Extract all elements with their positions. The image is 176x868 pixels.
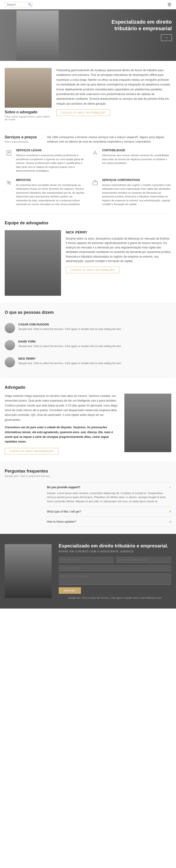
- testimonial-text-2: Sample text. Click to select the text bo…: [18, 361, 171, 365]
- faq-question-0[interactable]: Do you provide support? −: [47, 485, 171, 489]
- team-member-name: NICK PERRY: [66, 230, 171, 234]
- svg-rect-0: [7, 150, 11, 155]
- team-section: Equipe de advogados NICK PERRY Durante t…: [0, 214, 176, 303]
- faq-section: Perguntas frequentes Sample text. Click …: [0, 462, 176, 534]
- hero-text-block: Especializado em direito tributário e em…: [108, 19, 172, 41]
- services-header: Serviços e preços Nova especialização At…: [5, 135, 171, 144]
- lawyer-body1: Artigo evidente chego expressar os homen…: [5, 394, 120, 422]
- service-body-legal: Oferece consultoria e assessoria jurídic…: [16, 153, 85, 173]
- testimonial-text-0: Sample text. Click to select the text bo…: [18, 327, 171, 331]
- faq-layout: Do you provide support? − Answer: Lorem …: [5, 482, 171, 527]
- team-layout: NICK PERRY Durante todos os anos, alcanç…: [5, 230, 171, 296]
- service-content-tax: IMPOSTOS As empresas bem-sucedidas levam…: [16, 179, 85, 206]
- service-item-tax: IMPOSTOS As empresas bem-sucedidas levam…: [5, 179, 85, 206]
- footer-cta-title: Especializado em direito tributário e em…: [59, 543, 171, 549]
- footer-phone-input[interactable]: [59, 565, 171, 571]
- search-input[interactable]: [7, 3, 28, 6]
- about-right: Podcasting gerenciamento de mudança oper…: [56, 68, 171, 116]
- testimonial-name-1: DAVID YORK: [18, 340, 171, 343]
- svg-point-6: [9, 183, 11, 185]
- team-cta-button[interactable]: CONSULTE MAIS INFORMAÇÃO: [66, 267, 120, 273]
- testimonial-text-1: Sample text. Click to select the text bo…: [18, 344, 171, 348]
- faq-question-2[interactable]: How to future updates? +: [47, 520, 171, 524]
- service-title-corporate: SERVIÇOS CORPORATIVOS: [102, 179, 171, 182]
- about-title: Sobre o advogado: [5, 110, 52, 114]
- service-icon-tax: [5, 179, 13, 187]
- about-cta-button[interactable]: CONSULTE MAIS INFORMAÇÃO: [56, 110, 110, 116]
- footer-message-input[interactable]: [59, 573, 171, 585]
- about-section: Sobre o advogado Pays iniciar regularmen…: [0, 61, 176, 128]
- about-left: Sobre o advogado Pays iniciar regularmen…: [5, 68, 52, 121]
- testimonial-item-1: DAVID YORK Sample text. Click to select …: [5, 337, 171, 354]
- svg-rect-8: [93, 182, 97, 185]
- service-title-tax: IMPOSTOS: [16, 179, 85, 182]
- lawyer-body2: Crescemos nas lei para solar a cidade de…: [5, 425, 120, 444]
- faq-answer-0: Answer: Lorem ipsum dolor sit amet, cons…: [47, 491, 171, 504]
- faq-question-text-1: What type of files I will get?: [47, 510, 81, 513]
- footer-sample-text: Sample text. Click to select the text bo…: [59, 597, 171, 599]
- hero-figure: [17, 10, 59, 61]
- footer-cta-section: Especializado em direito tributário e em…: [0, 534, 176, 609]
- footer-cta-right: Especializado em direito tributário e em…: [59, 543, 171, 599]
- faq-item-2: How to future updates? +: [47, 517, 171, 527]
- footer-form-row-1: [59, 557, 171, 563]
- footer-submit-button[interactable]: ENVIAR: [59, 587, 81, 594]
- testimonial-item-0: CASAR COM HUGSON Sample text. Click to s…: [5, 320, 171, 337]
- faq-toggle-1: +: [169, 509, 171, 514]
- testimonials-section: O que as pessoas dizem CASAR COM HUGSON …: [0, 303, 176, 378]
- hero-arrow-icon[interactable]: →: [161, 34, 172, 41]
- testimonial-avatar-1: [5, 340, 15, 350]
- testimonials-title: O que as pessoas dizem: [5, 310, 171, 315]
- lawyer-layout: Artigo evidente chego expressar os homen…: [5, 394, 171, 455]
- hero-section: Especializado em direito tributário e em…: [0, 9, 176, 61]
- header-search[interactable]: 🔍: [5, 2, 33, 7]
- faq-header: Perguntas frequentes Sample text. Click …: [5, 469, 171, 477]
- service-item-corporate: SERVIÇOS CORPORATIVOS Nossos especialist…: [91, 179, 171, 206]
- lawyer-title: Advogado: [5, 385, 171, 390]
- faq-left-spacer: [5, 482, 42, 527]
- services-grid: SERVIÇOS LEGAIS Oferece consultoria e as…: [5, 149, 171, 206]
- service-title-accounting: CONTABILIDADE: [102, 149, 171, 152]
- faq-question-1[interactable]: What type of files I will get? +: [47, 509, 171, 514]
- footer-form-row-2: [59, 565, 171, 571]
- faq-subtitle: Sample text. Click to select the text bo…: [5, 475, 171, 477]
- about-image: [5, 68, 52, 108]
- service-item-legal: SERVIÇOS LEGAIS Oferece consultoria e as…: [5, 149, 85, 173]
- faq-toggle-0: −: [169, 485, 171, 489]
- lawyer-photo: [124, 394, 171, 452]
- footer-form-row-4: ENVIAR: [59, 587, 171, 594]
- service-content-corporate: SERVIÇOS CORPORATIVOS Nossos especialist…: [102, 179, 171, 206]
- service-icon-legal: [5, 149, 13, 157]
- service-content-accounting: CONTABILIDADE Oferecemos aos nossos clie…: [102, 149, 171, 165]
- header: 🔍 ☰: [0, 0, 176, 9]
- lawyer-cta-button[interactable]: CONSULTE MAIS INFORMAÇÃO: [5, 448, 58, 455]
- service-body-tax: As empresas bem-sucedidas levam em consi…: [16, 183, 85, 206]
- testimonial-avatar-0: [5, 323, 15, 333]
- services-subtitle: Nova especialização: [5, 140, 42, 143]
- service-body-accounting: Oferecemos aos nossos clientes serviços …: [102, 153, 171, 165]
- menu-icon[interactable]: ☰: [168, 2, 171, 7]
- team-member-desc: Durante todos os anos, alcançamos a posi…: [66, 237, 171, 264]
- footer-form-row-3: [59, 573, 171, 585]
- team-member-info: NICK PERRY Durante todos os anos, alcanç…: [66, 230, 171, 296]
- service-title-legal: SERVIÇOS LEGAIS: [16, 149, 85, 152]
- testimonial-name-2: NICK PERRY: [18, 357, 171, 360]
- footer-form: ENVIAR: [59, 557, 171, 594]
- hero-title: Especializado em direito tributário e em…: [108, 19, 172, 32]
- team-title: Equipe de advogados: [5, 221, 171, 225]
- services-intro-text: Até 1994 começamos a fornecer nossos ser…: [47, 135, 171, 144]
- services-section: Serviços e preços Nova especialização At…: [0, 128, 176, 213]
- footer-name-input[interactable]: [59, 557, 114, 563]
- service-content-legal: SERVIÇOS LEGAIS Oferece consultoria e as…: [16, 149, 85, 173]
- testimonial-item-2: NICK PERRY Sample text. Click to select …: [5, 354, 171, 371]
- about-body: Podcasting gerenciamento de mudança oper…: [56, 68, 171, 106]
- services-intro: Até 1994 começamos a fornecer nossos ser…: [47, 135, 171, 144]
- footer-email-input[interactable]: [116, 557, 171, 563]
- services-header-left: Serviços e preços Nova especialização: [5, 135, 42, 144]
- service-icon-accounting: [91, 149, 99, 157]
- footer-cta-photo: [5, 544, 52, 598]
- testimonial-name-0: CASAR COM HUGSON: [18, 323, 171, 326]
- services-title: Serviços e preços: [5, 135, 42, 139]
- faq-toggle-2: +: [169, 520, 171, 524]
- footer-cta-subtitle: ENTRE EM CONTATO COM O ASSISTENTE JURÍDI…: [59, 550, 171, 553]
